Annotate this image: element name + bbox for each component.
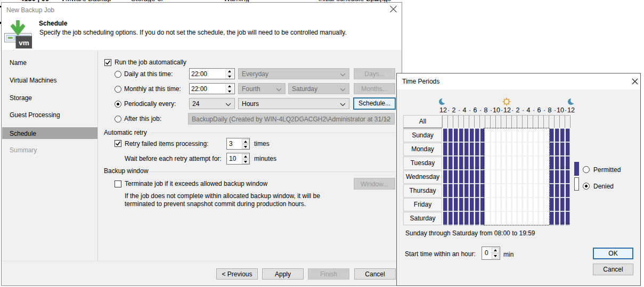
svg-text:vm: vm [19, 39, 29, 47]
